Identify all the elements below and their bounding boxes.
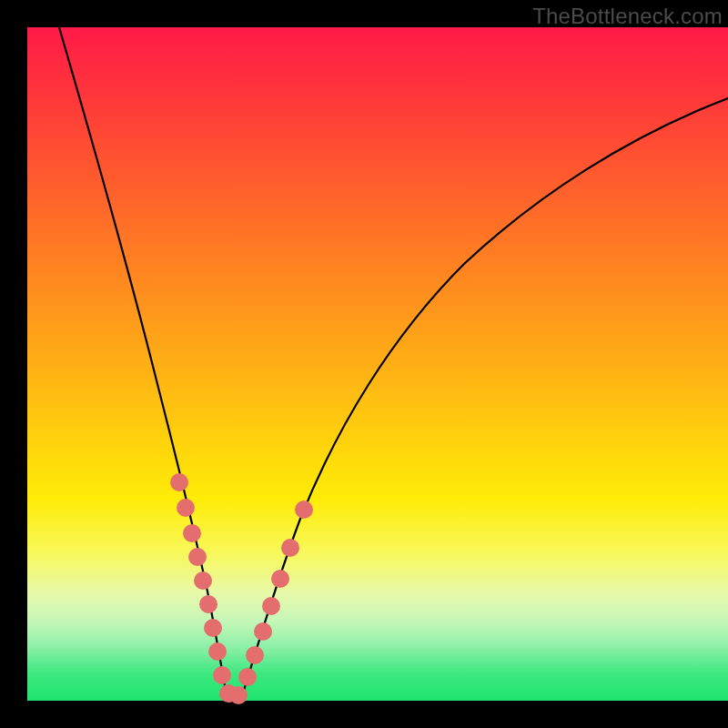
svg-point-12 — [246, 646, 264, 664]
svg-point-14 — [262, 597, 280, 615]
svg-point-2 — [183, 524, 201, 542]
highlight-dots — [170, 473, 313, 704]
curve-right-arm — [242, 98, 728, 696]
watermark-text: TheBottleneck.com — [532, 4, 723, 29]
svg-point-1 — [177, 499, 195, 517]
svg-point-4 — [194, 571, 212, 590]
curve-layer — [27, 27, 728, 701]
plot-area — [27, 27, 728, 701]
svg-point-5 — [199, 595, 217, 613]
svg-point-3 — [188, 548, 207, 566]
svg-point-6 — [204, 619, 222, 637]
svg-point-17 — [295, 500, 313, 519]
svg-point-15 — [271, 570, 289, 588]
svg-point-11 — [238, 668, 257, 686]
svg-point-8 — [213, 666, 231, 684]
curve-left-arm — [59, 27, 227, 696]
svg-point-16 — [281, 539, 299, 557]
svg-point-10 — [229, 686, 248, 704]
svg-point-0 — [170, 473, 188, 491]
chart-frame: TheBottleneck.com — [0, 0, 728, 728]
svg-point-7 — [208, 642, 227, 661]
svg-point-13 — [254, 622, 272, 641]
